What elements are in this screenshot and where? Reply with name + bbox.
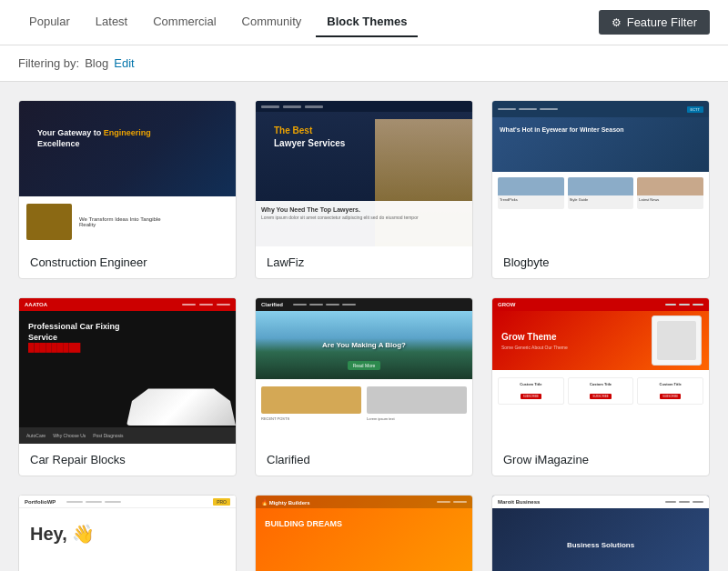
theme-name-lawfiz: LawFiz xyxy=(256,246,472,278)
filtering-by-label: Filtering by: xyxy=(18,56,79,70)
feature-filter-label: Feature Filter xyxy=(627,15,697,29)
theme-name-blogbyte: Blogbyte xyxy=(492,246,709,278)
theme-name-grow: Grow iMagazine xyxy=(492,444,709,476)
theme-thumbnail-builders: 🔥 Mighty Builders BUILDING DREAMS xyxy=(256,496,472,571)
theme-card-mighty-builders[interactable]: 🔥 Mighty Builders BUILDING DREAMS xyxy=(255,495,473,571)
theme-thumbnail-portfolio: PortfolioWP PRO Hey, 👋 xyxy=(19,496,236,571)
filter-edit-link[interactable]: Edit xyxy=(114,56,134,70)
theme-thumbnail-grow: GROW Grow Theme Some Generic About Our T… xyxy=(492,298,709,444)
tab-popular[interactable]: Popular xyxy=(18,7,81,37)
nav-tabs: Popular Latest Commercial Community Bloc… xyxy=(18,7,418,37)
theme-card-construction-engineer[interactable]: Your Gateway to EngineeringExcellence We… xyxy=(18,100,237,279)
theme-card-car-repair[interactable]: AAATOA Professional Car FixingService███… xyxy=(18,297,237,476)
gear-icon: ⚙ xyxy=(612,16,622,29)
filter-tag-blog: Blog xyxy=(85,56,108,70)
tab-block-themes[interactable]: Block Themes xyxy=(316,7,418,37)
theme-thumbnail-car: AAATOA Professional Car FixingService███… xyxy=(19,298,236,444)
theme-name-car-repair: Car Repair Blocks xyxy=(19,444,236,476)
theme-thumbnail-clarified: Clarified Are You Making A Blog? Read Mo… xyxy=(256,298,472,444)
themes-container: Your Gateway to EngineeringExcellence We… xyxy=(0,82,728,571)
feature-filter-button[interactable]: ⚙ Feature Filter xyxy=(599,10,710,35)
theme-thumbnail-maroit: Maroit Business Business Solutions xyxy=(492,496,709,571)
theme-card-portfoliowp[interactable]: PortfolioWP PRO Hey, 👋 xyxy=(18,495,237,571)
theme-thumbnail-blogbyte: ECTT What's Hot in Eyewear for Winter Se… xyxy=(492,101,709,246)
tab-latest[interactable]: Latest xyxy=(85,7,138,37)
theme-thumbnail-construction: Your Gateway to EngineeringExcellence We… xyxy=(19,101,236,246)
theme-card-blogbyte[interactable]: ECTT What's Hot in Eyewear for Winter Se… xyxy=(491,100,710,279)
page-wrapper: Popular Latest Commercial Community Bloc… xyxy=(0,0,728,571)
theme-card-lawfiz[interactable]: The BestLawyer Services Why You Need The… xyxy=(255,100,473,279)
theme-thumbnail-lawfiz: The BestLawyer Services Why You Need The… xyxy=(256,101,472,246)
tab-community[interactable]: Community xyxy=(231,7,313,37)
theme-card-clarified[interactable]: Clarified Are You Making A Blog? Read Mo… xyxy=(255,297,473,476)
themes-grid: Your Gateway to EngineeringExcellence We… xyxy=(18,100,710,571)
filter-bar: Filtering by: Blog Edit xyxy=(0,45,728,82)
theme-name-clarified: Clarified xyxy=(256,444,472,476)
theme-name-construction: Construction Engineer xyxy=(19,246,236,278)
tab-commercial[interactable]: Commercial xyxy=(142,7,227,37)
top-nav: Popular Latest Commercial Community Bloc… xyxy=(0,0,728,45)
theme-card-grow-imagazine[interactable]: GROW Grow Theme Some Generic About Our T… xyxy=(491,297,710,476)
theme-card-maroit-business[interactable]: Maroit Business Business Solutions xyxy=(491,495,710,571)
